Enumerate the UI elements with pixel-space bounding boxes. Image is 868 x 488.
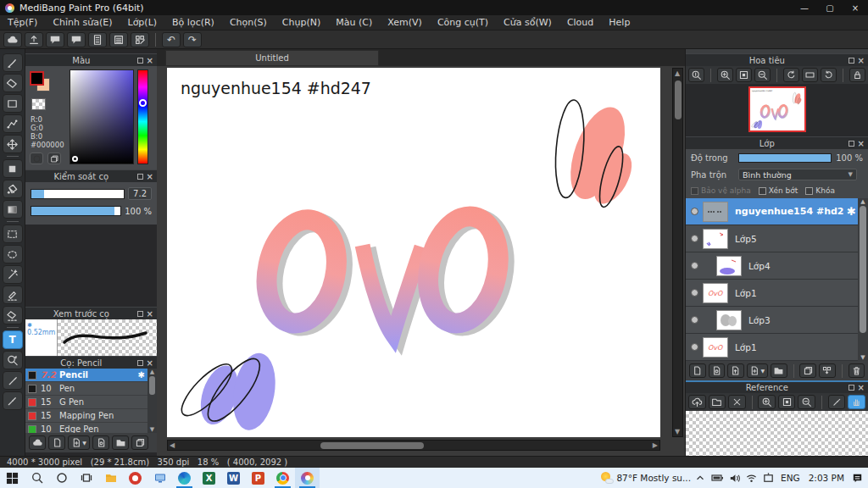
menu-snap[interactable]: Chụp(N) [275, 17, 328, 28]
scroll-down-icon[interactable]: ▼ [675, 428, 680, 435]
undo-button[interactable]: ↶ [162, 32, 181, 47]
raise-layer-icon[interactable] [727, 363, 744, 378]
lock-checkbox[interactable]: Khóa [805, 186, 835, 195]
color-set-icon[interactable] [47, 152, 61, 164]
menu-tools[interactable]: Công cụ(T) [430, 17, 496, 28]
weather-icon[interactable] [599, 468, 615, 488]
brush-item[interactable]: 15 G Pen [25, 396, 157, 409]
rotate-right-icon[interactable] [821, 68, 837, 82]
layer-list-scrollbar[interactable]: ▲▼ [858, 198, 868, 361]
delete-layer-icon[interactable] [849, 363, 865, 378]
polyline-tool-icon[interactable] [3, 114, 23, 133]
menu-edit[interactable]: Chỉnh sửa(E) [45, 17, 120, 28]
reference-canvas[interactable] [686, 411, 868, 456]
search-icon[interactable] [25, 468, 49, 488]
file-explorer-icon[interactable] [98, 468, 123, 488]
layer-visibility-icon[interactable] [686, 235, 703, 242]
tray-expand-icon[interactable] [693, 468, 708, 488]
popout-icon[interactable] [137, 174, 143, 180]
reference-dropper-icon[interactable] [828, 395, 846, 409]
menu-view[interactable]: Xem(V) [380, 17, 430, 28]
layer-row[interactable]: OvO Lớp1 [686, 334, 868, 361]
document-tab[interactable]: Untitled [165, 50, 379, 66]
magic-wand-tool-icon[interactable] [3, 265, 23, 284]
close-icon[interactable]: × [147, 56, 153, 65]
bucket-tool-icon[interactable] [3, 180, 23, 198]
layer-row[interactable]: OvO Lớp1 [686, 280, 868, 307]
wifi-icon[interactable] [743, 468, 759, 488]
battery-icon[interactable] [709, 468, 725, 488]
scroll-handle[interactable] [320, 442, 424, 449]
close-icon[interactable]: × [147, 358, 153, 368]
close-icon[interactable]: × [858, 139, 865, 148]
new-halftone-layer-icon[interactable] [709, 363, 726, 378]
menu-help[interactable]: Help [601, 17, 637, 28]
reference-cloud-icon[interactable] [688, 395, 706, 409]
menu-layer[interactable]: Lớp(L) [120, 17, 165, 28]
palette-icon[interactable] [30, 152, 43, 164]
popout-icon[interactable] [849, 141, 854, 147]
popout-icon[interactable] [849, 385, 854, 391]
cortana-icon[interactable] [49, 468, 74, 488]
canvas[interactable] [167, 68, 660, 437]
layer-folder-icon[interactable] [771, 363, 787, 378]
task-view-icon[interactable] [74, 468, 98, 488]
close-button[interactable]: × [843, 0, 868, 15]
display-app-icon[interactable] [147, 468, 172, 488]
select-rect-tool-icon[interactable] [3, 225, 23, 243]
medibang-taskbar-icon[interactable] [295, 468, 320, 488]
menu-file[interactable]: Tệp(F) [0, 17, 45, 28]
new-layer-icon[interactable] [689, 363, 706, 378]
layer-visibility-icon[interactable] [686, 208, 703, 215]
brush-tool-icon[interactable] [3, 53, 23, 72]
brush-list-scrollbar[interactable]: ▲▼ [147, 369, 157, 433]
fit-window-icon[interactable] [736, 68, 752, 82]
brush-cloud-icon[interactable] [29, 435, 46, 450]
volume-icon[interactable] [726, 468, 742, 488]
clipping-checkbox[interactable]: Xén bớt [759, 186, 798, 195]
action-center-icon[interactable] [849, 468, 865, 488]
cast-icon[interactable] [760, 468, 776, 488]
rotate-view-tool-icon[interactable] [3, 351, 23, 369]
chrome-icon[interactable] [270, 468, 295, 488]
layer-visibility-icon[interactable] [686, 316, 703, 324]
weather-text[interactable]: 87°F Mostly su... [616, 473, 691, 483]
reference-zoom-out-icon[interactable] [798, 395, 815, 409]
saturation-value-picker[interactable] [70, 69, 134, 164]
blend-mode-dropdown[interactable]: Bình thường▼ [738, 169, 857, 180]
settings-list-icon[interactable] [109, 32, 128, 47]
reference-clear-icon[interactable] [728, 395, 746, 409]
excel-icon[interactable]: X [197, 468, 221, 488]
menu-cloud[interactable]: Cloud [559, 17, 601, 28]
merge-layer-icon[interactable] [819, 363, 836, 378]
layer-visibility-icon[interactable] [686, 343, 703, 351]
add-layer-dropdown-icon[interactable]: ▼ [747, 363, 768, 378]
powerpoint-icon[interactable]: P [246, 468, 270, 488]
popout-icon[interactable] [137, 311, 143, 317]
publish-icon[interactable] [25, 32, 43, 47]
eraser-stick-tool-icon[interactable] [3, 371, 23, 390]
eraser-tool-icon[interactable] [3, 74, 23, 92]
minimize-button[interactable]: — [792, 0, 817, 15]
language-indicator[interactable]: ENG [777, 473, 804, 483]
duplicate-layer-icon[interactable] [799, 363, 816, 378]
brush-size-slider[interactable] [31, 189, 125, 199]
close-icon[interactable]: × [858, 383, 865, 392]
start-button[interactable] [0, 468, 25, 488]
menu-select[interactable]: Chọn(S) [222, 17, 275, 28]
popout-icon[interactable] [137, 58, 143, 64]
rotate-left-icon[interactable] [783, 68, 799, 82]
brush-script-icon[interactable] [92, 435, 109, 450]
scroll-left-icon[interactable]: ◀ [170, 441, 175, 449]
canvas-vertical-scrollbar[interactable]: ▲ ▼ [672, 68, 683, 437]
scroll-right-icon[interactable]: ▶ [653, 441, 658, 449]
close-icon[interactable]: × [147, 172, 153, 181]
scroll-up-icon[interactable]: ▲ [675, 69, 680, 77]
layer-row[interactable]: Lớp5 [686, 225, 868, 252]
lock-icon[interactable] [849, 68, 865, 82]
reference-open-icon[interactable] [709, 395, 726, 409]
brush-folder-icon[interactable] [112, 435, 129, 450]
shape-tool-icon[interactable] [3, 94, 23, 113]
reference-zoom-in-icon[interactable] [758, 395, 776, 409]
brush-item[interactable]: 10 Pen [25, 382, 157, 396]
